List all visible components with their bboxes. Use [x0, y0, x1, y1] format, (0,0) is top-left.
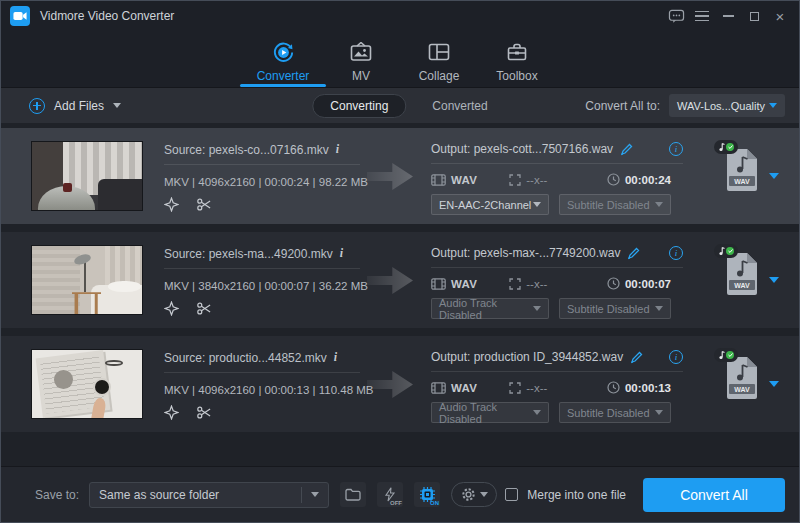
convert-arrow-icon: [367, 163, 413, 190]
convert-all-to-label: Convert All to:: [585, 99, 660, 113]
converting-tab[interactable]: Converting: [312, 94, 406, 118]
subtitle-select[interactable]: Subtitle Disabled: [559, 298, 671, 319]
convert-all-to-select[interactable]: WAV-Los...Quality: [669, 94, 785, 117]
subtitle-select[interactable]: Subtitle Disabled: [559, 194, 671, 215]
gear-icon: [461, 487, 476, 502]
output-duration: 00:00:07: [607, 277, 671, 290]
hardware-acceleration-toggle[interactable]: ON: [414, 482, 440, 507]
divider: [164, 268, 360, 269]
subtitle-select[interactable]: Subtitle Disabled: [559, 402, 671, 423]
tab-toolbox[interactable]: Toolbox: [478, 31, 556, 87]
audio-done-badge: [714, 244, 738, 258]
rename-icon[interactable]: [620, 143, 633, 156]
high-speed-toggle[interactable]: OFF: [377, 482, 403, 507]
tab-label: Converter: [257, 69, 310, 83]
tab-label: Collage: [419, 69, 460, 83]
file-row[interactable]: Source: pexels-co...07166.mkv i MKV | 40…: [1, 128, 799, 224]
sub-toolbar: Add Files Converting Converted Convert A…: [1, 88, 799, 123]
maximize-button[interactable]: [741, 1, 767, 31]
codec-icon: [431, 174, 446, 186]
main-tabbar: Converter MV Collage Toolbox: [1, 31, 799, 88]
format-caret-icon[interactable]: [769, 277, 779, 283]
open-folder-button[interactable]: [340, 482, 366, 507]
audio-track-select[interactable]: EN-AAC-2Channel: [431, 194, 549, 215]
minimize-button[interactable]: [715, 1, 741, 31]
merge-checkbox[interactable]: [505, 488, 518, 501]
check-icon: [726, 247, 734, 255]
close-button[interactable]: ×: [767, 1, 793, 31]
titlebar: Vidmore Video Converter ×: [1, 1, 799, 31]
source-filename: Source: productio...44852.mkv: [164, 351, 327, 365]
audio-track-select[interactable]: Audio Track Disabled: [431, 298, 549, 319]
source-meta: MKV | 4096x2160 | 00:00:24 | 98.22 MB: [164, 176, 360, 188]
cut-icon[interactable]: [196, 197, 212, 212]
codec-icon: [431, 382, 446, 394]
output-format: WAV: [431, 382, 477, 394]
rename-icon[interactable]: [627, 247, 640, 260]
merge-option: Merge into one file: [505, 488, 626, 502]
clock-icon: [607, 277, 620, 290]
source-info-icon[interactable]: i: [334, 350, 337, 365]
output-resolution: --x--: [509, 174, 547, 186]
tab-mv[interactable]: MV: [322, 31, 400, 87]
output-info-icon[interactable]: i: [669, 246, 683, 260]
tab-converter[interactable]: Converter: [244, 31, 322, 87]
save-to-label: Save to:: [35, 488, 79, 502]
source-info-icon[interactable]: i: [340, 246, 343, 261]
format-caret-icon[interactable]: [769, 173, 779, 179]
rename-icon[interactable]: [630, 351, 643, 364]
tab-label: MV: [352, 69, 370, 83]
output-format-icon[interactable]: WAV: [725, 252, 759, 296]
settings-button[interactable]: [451, 482, 497, 507]
save-to-select[interactable]: Same as source folder: [89, 482, 329, 508]
output-filename: Output: production ID_3944852.wav: [431, 350, 623, 364]
footer-bar: Save to: Same as source folder OFF ON Me…: [1, 466, 799, 522]
svg-text:WAV: WAV: [734, 386, 750, 393]
svg-text:WAV: WAV: [734, 282, 750, 289]
output-duration: 00:00:13: [607, 381, 671, 394]
resolution-icon: [509, 278, 521, 290]
convert-arrow-icon: [367, 267, 413, 294]
add-files-button[interactable]: Add Files: [29, 98, 121, 114]
check-icon: [726, 143, 734, 151]
converted-tab[interactable]: Converted: [432, 99, 487, 113]
source-meta: MKV | 3840x2160 | 00:00:07 | 36.22 MB: [164, 280, 360, 292]
tab-label: Toolbox: [496, 69, 537, 83]
menu-icon[interactable]: [689, 1, 715, 31]
file-row[interactable]: Source: pexels-ma...49200.mkv i MKV | 38…: [1, 232, 799, 328]
convert-all-button[interactable]: Convert All: [643, 478, 785, 512]
caret-down-icon: [655, 202, 663, 207]
edit-effects-icon[interactable]: [164, 405, 179, 420]
output-info-icon[interactable]: i: [669, 142, 683, 156]
divider: [431, 371, 683, 372]
caret-down-icon[interactable]: [113, 103, 121, 108]
video-thumbnail: [31, 245, 143, 315]
edit-effects-icon[interactable]: [164, 301, 179, 316]
cut-icon[interactable]: [196, 405, 212, 420]
output-format-icon[interactable]: WAV: [725, 356, 759, 400]
mv-icon: [349, 40, 373, 64]
clock-icon: [607, 381, 620, 394]
converter-icon: [271, 40, 296, 64]
video-thumbnail: [31, 349, 143, 419]
file-row[interactable]: Source: productio...44852.mkv i MKV | 40…: [1, 336, 799, 432]
audio-track-select[interactable]: Audio Track Disabled: [431, 402, 549, 423]
resolution-icon: [509, 174, 521, 186]
source-info-icon[interactable]: i: [336, 142, 339, 157]
output-format: WAV: [431, 174, 477, 186]
caret-down-icon: [533, 410, 541, 415]
file-list: Source: pexels-co...07166.mkv i MKV | 40…: [1, 123, 799, 432]
format-caret-icon[interactable]: [769, 381, 779, 387]
convert-all-to-value: WAV-Los...Quality: [677, 100, 765, 112]
edit-effects-icon[interactable]: [164, 197, 179, 212]
audio-done-badge: [714, 140, 738, 154]
app-title: Vidmore Video Converter: [40, 9, 174, 23]
caret-down-icon: [480, 492, 488, 497]
output-info-icon[interactable]: i: [669, 350, 683, 364]
output-format-icon[interactable]: WAV: [725, 148, 759, 192]
cut-icon[interactable]: [196, 301, 212, 316]
feedback-icon[interactable]: [663, 1, 689, 31]
tab-collage[interactable]: Collage: [400, 31, 478, 87]
add-files-label: Add Files: [54, 99, 104, 113]
caret-down-icon[interactable]: [302, 492, 328, 497]
